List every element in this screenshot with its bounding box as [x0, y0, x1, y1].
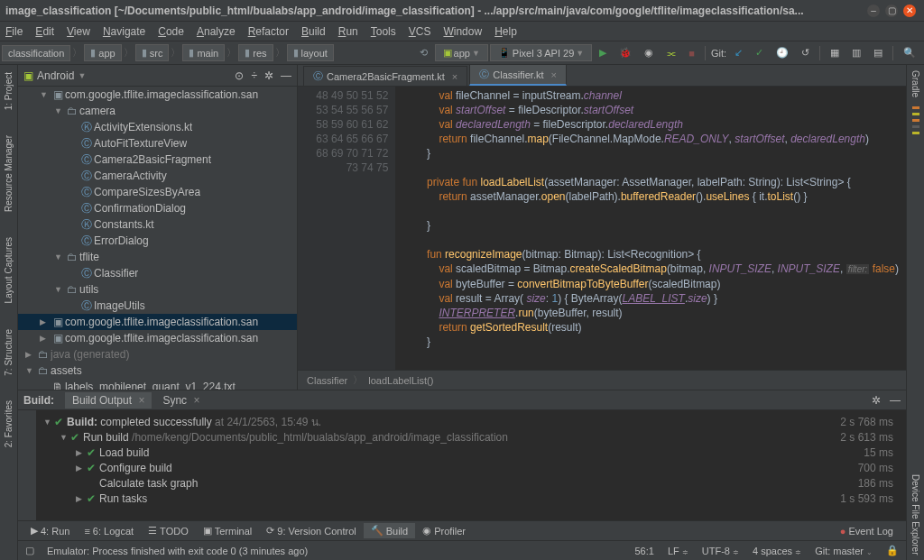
breadcrumb-app[interactable]: ▮ app	[84, 44, 121, 61]
git-commit-button[interactable]: ✓	[750, 44, 769, 61]
search-button[interactable]: 🔍	[898, 44, 921, 61]
tab-build-output[interactable]: Build Output ×	[65, 392, 152, 409]
tool-tab-profiler[interactable]: ◉Profiler	[415, 523, 473, 538]
tool-tab--version-control[interactable]: ⟳9: Version Control	[259, 523, 363, 538]
git-revert-button[interactable]: ↺	[796, 44, 815, 61]
build-row[interactable]: ▶✔Run tasks1 s 593 ms	[36, 491, 906, 506]
project-view-mode[interactable]: Android	[37, 69, 74, 82]
git-history-button[interactable]: 🕘	[771, 44, 794, 61]
settings-icon[interactable]: ✲	[872, 394, 881, 407]
debug-button[interactable]: 🐞	[614, 44, 637, 61]
menu-run[interactable]: Run	[338, 25, 358, 38]
menu-build[interactable]: Build	[301, 25, 326, 38]
event-log-button[interactable]: ● Event Log	[833, 524, 901, 538]
sdk-button[interactable]: ▥	[846, 44, 866, 61]
sync-button[interactable]: ⟲	[414, 44, 433, 61]
layout-inspector-button[interactable]: ▤	[868, 44, 888, 61]
select-opened-file-button[interactable]: ⊙	[235, 69, 244, 82]
build-tree[interactable]: ▼✔Build: completed successfully at 24/1/…	[36, 410, 906, 520]
editor-breadcrumbs[interactable]: Classifier 〉 loadLabelList()	[298, 370, 906, 390]
device-selector[interactable]: 📱 Pixel 3 API 29 ▼	[490, 44, 592, 61]
tree-item[interactable]: Ⓒ Camera2BasicFragment	[18, 151, 297, 168]
menu-file[interactable]: File	[5, 25, 23, 38]
tab-gradle[interactable]: Gradle	[910, 65, 921, 103]
tree-item[interactable]: Ⓒ AutoFitTextureView	[18, 135, 297, 151]
cursor-position[interactable]: 56:1	[634, 546, 654, 556]
tree-item[interactable]: Ⓒ ImageUtils	[18, 298, 297, 314]
breadcrumb-src[interactable]: ▮ src	[135, 44, 170, 61]
menu-view[interactable]: View	[67, 25, 90, 38]
tree-item[interactable]: ▶🗀 java (generated)	[18, 346, 297, 363]
breadcrumb-function[interactable]: loadLabelList()	[368, 375, 433, 386]
menu-analyze[interactable]: Analyze	[197, 25, 236, 38]
tree-item[interactable]: Ⓒ ErrorDialog	[18, 233, 297, 249]
tab-layout-captures[interactable]: Layout Captures	[3, 234, 14, 307]
project-tree[interactable]: ▼▣ com.google.tflite.imageclassification…	[18, 87, 297, 390]
tree-item[interactable]: Ⓚ ActivityExtensions.kt	[18, 119, 297, 135]
menu-navigate[interactable]: Navigate	[103, 25, 145, 38]
tab-1-project[interactable]: 1: Project	[3, 69, 14, 114]
avd-button[interactable]: ▦	[825, 44, 845, 61]
breadcrumb-class[interactable]: Classifier	[307, 375, 347, 386]
minimize-button[interactable]: –	[867, 5, 880, 17]
tree-item[interactable]: ▼🗀 camera	[18, 103, 297, 119]
breadcrumb-classification[interactable]: classification	[2, 45, 70, 61]
statusbar-sidebar-toggle[interactable]: ▢	[25, 545, 34, 556]
attach-button[interactable]: ⫘	[661, 45, 681, 61]
tab-7-structure[interactable]: 7: Structure	[3, 326, 14, 380]
tree-item[interactable]: Ⓒ CompareSizesByArea	[18, 184, 297, 200]
tree-item[interactable]: Ⓒ ConfirmationDialog	[18, 200, 297, 216]
menu-code[interactable]: Code	[158, 25, 184, 38]
settings-icon[interactable]: ✲	[264, 69, 273, 82]
tab-resource-manager[interactable]: Resource Manager	[3, 132, 14, 216]
hide-panel-button[interactable]: —	[281, 69, 291, 82]
tree-item[interactable]: ▶▣ com.google.tflite.imageclassification…	[18, 314, 297, 330]
build-row[interactable]: Calculate task graph186 ms	[36, 475, 906, 491]
build-row[interactable]: ▼✔Build: completed successfully at 24/1/…	[36, 414, 906, 429]
tool-tab-todo[interactable]: ☰TODO	[141, 523, 196, 538]
close-button[interactable]: ✕	[903, 5, 916, 17]
menu-refactor[interactable]: Refactor	[248, 25, 289, 38]
code-body[interactable]: val fileChannel = inputStream.channel va…	[395, 87, 906, 370]
tool-tab--logcat[interactable]: ≡6: Logcat	[77, 524, 141, 538]
tree-item[interactable]: Ⓒ Classifier	[18, 265, 297, 281]
tool-tab-terminal[interactable]: ▣Terminal	[196, 523, 260, 538]
tree-item[interactable]: 🗎 labels_mobilenet_quant_v1_224.txt	[18, 379, 297, 390]
tab-device-file-explorer[interactable]: Device File Explorer	[910, 469, 921, 560]
git-branch[interactable]: Git: master ⌄	[815, 546, 873, 556]
breadcrumb-layout[interactable]: ▮ layout	[287, 44, 334, 61]
run-button[interactable]: ▶	[594, 44, 612, 61]
maximize-button[interactable]: ▢	[885, 5, 898, 17]
tree-item[interactable]: ▼🗀 tflite	[18, 249, 297, 265]
build-row[interactable]: ▶✔Load build15 ms	[36, 445, 906, 460]
tab-sync[interactable]: Sync ×	[155, 392, 207, 409]
tool-tab-build[interactable]: 🔨Build	[364, 523, 415, 538]
code-editor[interactable]: 48 49 50 51 52 53 54 55 56 57 58 59 60 6…	[298, 87, 906, 370]
breadcrumb-main[interactable]: ▮ main	[182, 44, 225, 61]
breadcrumb-res[interactable]: ▮ res	[238, 44, 273, 61]
tree-item[interactable]: ▶▣ com.google.tflite.imageclassification…	[18, 330, 297, 346]
tree-item[interactable]: Ⓚ Constants.kt	[18, 216, 297, 233]
build-row[interactable]: ▶✔Configure build700 ms	[36, 460, 906, 475]
lock-icon[interactable]: 🔒	[886, 545, 899, 556]
hide-panel-button[interactable]: —	[890, 394, 901, 407]
scroll-from-source-button[interactable]: ÷	[251, 69, 257, 82]
tree-item[interactable]: ▼🗀 assets	[18, 363, 297, 379]
line-separator[interactable]: LF ≑	[668, 546, 689, 556]
tool-tab--run[interactable]: ▶4: Run	[23, 523, 77, 538]
tab-2-favorites[interactable]: 2: Favorites	[3, 397, 14, 451]
file-encoding[interactable]: UTF-8 ≑	[702, 546, 740, 556]
editor-tab-classifier-kt[interactable]: Ⓒ Classifier.kt ×	[469, 64, 567, 86]
tree-item[interactable]: ▼▣ com.google.tflite.imageclassification…	[18, 87, 297, 103]
editor-tab-camera2basicfragment-kt[interactable]: Ⓒ Camera2BasicFragment.kt ×	[303, 66, 467, 86]
tree-item[interactable]: ▼🗀 utils	[18, 281, 297, 298]
menu-tools[interactable]: Tools	[371, 25, 396, 38]
profile-button[interactable]: ◉	[639, 44, 659, 61]
menu-edit[interactable]: Edit	[35, 25, 54, 38]
stop-button[interactable]: ■	[683, 45, 700, 61]
menu-vcs[interactable]: VCS	[409, 25, 431, 38]
run-config-module[interactable]: ▣ app ▼	[435, 44, 488, 61]
tree-item[interactable]: Ⓒ CameraActivity	[18, 168, 297, 184]
menu-help[interactable]: Help	[494, 25, 517, 38]
build-row[interactable]: ▼✔Run build /home/keng/Documents/public_…	[36, 429, 906, 445]
